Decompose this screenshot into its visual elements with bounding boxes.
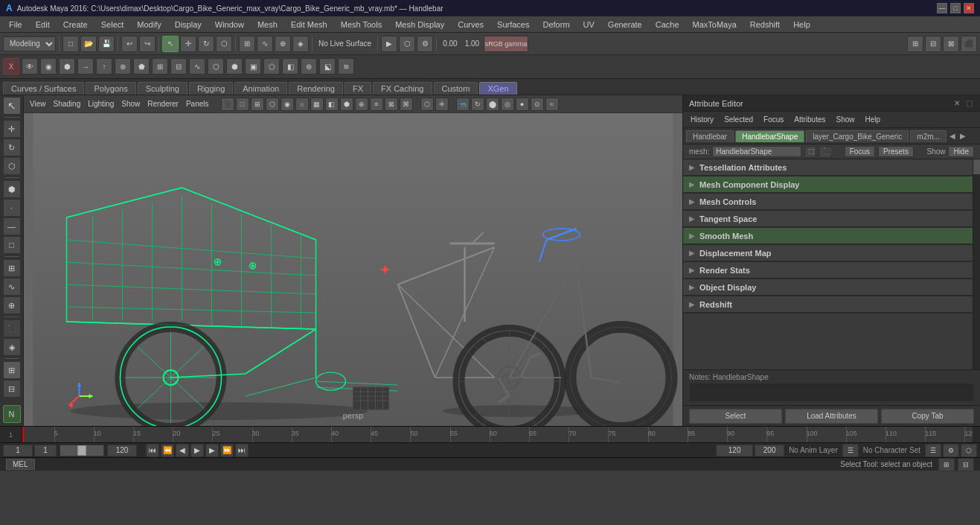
workspace-dropdown[interactable]: Modeling (3, 36, 56, 51)
tab-polygons[interactable]: Polygons (86, 82, 135, 95)
tab-rigging[interactable]: Rigging (189, 82, 233, 95)
range-end-input[interactable] (755, 445, 784, 456)
vp-icon-8[interactable]: ⬢ (340, 98, 353, 111)
vp-icon-9[interactable]: ⊕ (355, 98, 368, 111)
script-mode-selector[interactable]: MEL (6, 459, 35, 470)
shelf-icon-15[interactable]: ⬠ (263, 58, 280, 74)
shelf-icon-5[interactable]: → (77, 58, 94, 74)
redo-btn[interactable]: ↪ (139, 36, 156, 52)
vp-extra-1[interactable]: ⬤ (486, 98, 499, 111)
menu-mesh[interactable]: Mesh (252, 19, 284, 31)
snap-surface-btn[interactable]: ◈ (292, 36, 309, 52)
new-scene-btn[interactable]: □ (63, 36, 79, 52)
camera-btn[interactable]: 🎥 (221, 98, 234, 111)
vp-extra-4[interactable]: ⊙ (531, 98, 544, 111)
title-bar-controls[interactable]: — □ ✕ (937, 3, 974, 13)
move-tool-btn[interactable]: ✛ (180, 36, 196, 52)
attr-close-icon[interactable]: ✕ (952, 99, 961, 107)
frame-end-input[interactable] (107, 445, 137, 456)
shelf-icon-6[interactable]: ↑ (96, 58, 112, 74)
menu-cache[interactable]: Cache (650, 19, 685, 31)
obj-tab-next-arrow[interactable]: ▶ (958, 130, 967, 141)
vp-icon-11[interactable]: ⊠ (385, 98, 398, 111)
notes-input[interactable] (689, 383, 974, 402)
tab-curves-surfaces[interactable]: Curves / Surfaces (3, 82, 84, 95)
obj-tab-handlebar[interactable]: Handlebar (686, 130, 734, 142)
pb-settings-btn[interactable]: ⚙ (943, 444, 959, 457)
save-scene-btn[interactable]: 💾 (98, 36, 115, 52)
menu-window[interactable]: Window (209, 19, 250, 31)
undo-btn[interactable]: ↩ (121, 36, 138, 52)
vp-icon-5[interactable]: ☼ (295, 98, 309, 111)
presets-button[interactable]: Presets (878, 146, 914, 157)
shelf-icon-8[interactable]: ⬟ (133, 58, 150, 74)
menu-redshift[interactable]: Redshift (744, 19, 786, 31)
quick-layout-btn[interactable]: ⊞ (3, 361, 21, 379)
scale-mode-btn[interactable]: ⬡ (3, 157, 21, 175)
vp-view-menu[interactable]: View (27, 99, 49, 109)
minimize-button[interactable]: — (937, 3, 947, 13)
mesh-check-btn-2[interactable]: ⬛ (819, 146, 831, 158)
next-frame-btn[interactable]: ▶ (205, 444, 219, 457)
vertex-mode-btn[interactable]: · (3, 199, 21, 217)
frame-start-input[interactable] (3, 445, 33, 456)
section-tangent-space-header[interactable]: ▶ Tangent Space (683, 211, 973, 227)
menu-help[interactable]: Help (787, 19, 816, 31)
menu-file[interactable]: File (3, 19, 28, 31)
render-settings-btn[interactable]: ⚙ (417, 36, 433, 52)
mesh-name-input[interactable] (712, 146, 801, 157)
move-mode-btn[interactable]: ✛ (3, 120, 21, 138)
obj-tab-prev-arrow[interactable]: ◀ (948, 130, 957, 141)
section-mesh-controls-header[interactable]: ▶ Mesh Controls (683, 194, 973, 210)
maximize-button[interactable]: □ (950, 3, 961, 13)
nav-history[interactable]: History (686, 115, 718, 124)
prev-key-btn[interactable]: ⏪ (161, 444, 174, 457)
shelf-icon-1[interactable]: X (3, 58, 19, 74)
color-display-btn[interactable]: sRGB gamma (484, 36, 528, 52)
section-displacement-map-header[interactable]: ▶ Displacement Map (683, 245, 973, 261)
section-object-display-header[interactable]: ▶ Object Display (683, 279, 973, 296)
rotate-tool-btn[interactable]: ↻ (198, 36, 214, 52)
menu-generate[interactable]: Generate (602, 19, 648, 31)
menu-display[interactable]: Display (169, 19, 208, 31)
copy-tab-button[interactable]: Copy Tab (881, 409, 974, 424)
tab-rendering[interactable]: Rendering (289, 82, 343, 95)
menu-edit[interactable]: Edit (30, 19, 56, 31)
shelf-btn-3[interactable]: ⊠ (943, 36, 959, 52)
menu-edit-mesh[interactable]: Edit Mesh (285, 19, 333, 31)
menu-curves[interactable]: Curves (452, 19, 490, 31)
menu-surfaces[interactable]: Surfaces (491, 19, 535, 31)
shelf-icon-12[interactable]: ⬡ (208, 58, 224, 74)
shelf-icon-10[interactable]: ⊟ (170, 58, 187, 74)
menu-create[interactable]: Create (57, 19, 94, 31)
section-tessellation-header[interactable]: ▶ Tessellation Attributes (683, 159, 973, 176)
shelf-icon-2[interactable]: 👁 (22, 58, 38, 74)
snap-grid-left-btn[interactable]: ⊞ (3, 259, 21, 277)
vp-icon-12[interactable]: ⌘ (400, 98, 413, 111)
grid-view-btn[interactable]: ⊟ (3, 380, 21, 398)
tab-fx[interactable]: FX (345, 82, 371, 95)
frame-slider[interactable] (60, 445, 104, 456)
vp-lighting-menu[interactable]: Lighting (85, 99, 117, 109)
shelf-icon-16[interactable]: ◧ (282, 58, 298, 74)
snap-curve-left-btn[interactable]: ∿ (3, 278, 21, 296)
shelf-icon-14[interactable]: ▣ (245, 58, 261, 74)
show-hide-btn[interactable]: ⬛ (3, 319, 21, 337)
next-key-btn[interactable]: ⏩ (220, 444, 234, 457)
menu-uv[interactable]: UV (577, 19, 601, 31)
menu-modify[interactable]: Modify (131, 19, 167, 31)
vp-extra-3[interactable]: ● (516, 98, 529, 111)
component-mode-btn[interactable]: ⬢ (3, 180, 21, 198)
shelf-icon-9[interactable]: ⊞ (152, 58, 168, 74)
menu-maxtomaya[interactable]: MaxToMaya (687, 19, 743, 31)
select-tool-btn[interactable]: ↖ (162, 36, 179, 52)
shelf-icon-3[interactable]: ◉ (40, 58, 57, 74)
scene-content[interactable]: persp (24, 113, 682, 426)
nav-focus[interactable]: Focus (759, 115, 788, 124)
shelf-btn-4[interactable]: ⬛ (961, 36, 977, 52)
obj-tab-layer[interactable]: layer_Cargo_Bike_Generic (806, 130, 909, 142)
shelf-icon-7[interactable]: ⊕ (115, 58, 131, 74)
anim-layer-btn[interactable]: ☰ (842, 444, 859, 457)
open-scene-btn[interactable]: 📂 (80, 36, 97, 52)
close-button[interactable]: ✕ (964, 3, 974, 13)
